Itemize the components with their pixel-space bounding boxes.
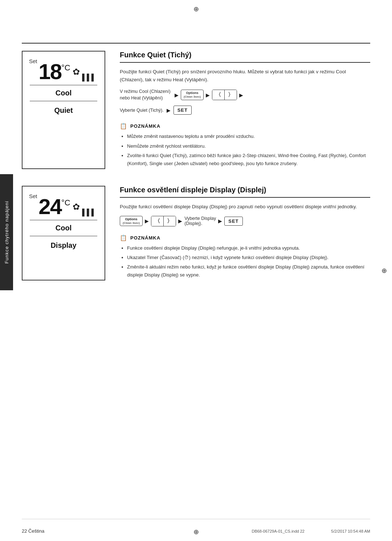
fan-icon-quiet: ✿: [73, 67, 80, 77]
options-bot-display: (Clean 3sec): [123, 221, 140, 225]
btn-left-display[interactable]: 〈: [151, 216, 163, 226]
vyberte-text-quiet: Vyberte Quiet (Tichý).: [120, 108, 164, 113]
note-label-display: POZNÁMKA: [130, 235, 160, 241]
function-label-quiet: Quiet: [30, 103, 97, 116]
note-icon-display: 📋: [120, 234, 127, 241]
options-bot-quiet: (Clean 3sec): [184, 95, 201, 99]
btn-set-display[interactable]: SET: [224, 217, 242, 226]
divider1-quiet: [30, 85, 97, 85]
divider2-display: [30, 236, 97, 236]
note-label-quiet: POZNÁMKA: [130, 123, 160, 129]
section-display: Set 24 °C ✿ ▐▐▐ Cool Display Funkce osvě…: [22, 186, 370, 280]
note-item-display-2: Ukazatel Timer (Časovač) (⏱) nezmizí, i …: [127, 254, 370, 261]
btn-set-quiet[interactable]: SET: [173, 106, 192, 115]
reg-mark-right: ⊕: [381, 267, 387, 275]
function-label-display: Display: [30, 238, 97, 251]
main-content: Set 18 °C ✿ ▐▐▐ Cool Quiet Funkce Quiet …: [22, 51, 370, 512]
divider1-display: [30, 220, 97, 220]
section-quiet: Set 18 °C ✿ ▐▐▐ Cool Quiet Funkce Quiet …: [22, 51, 370, 169]
degree-symbol-quiet: °C: [61, 63, 70, 73]
page-number: 22 Čeština: [22, 528, 44, 534]
section-desc-quiet: Použijte funkci Quiet (Tichý) pro snížen…: [120, 68, 370, 83]
arrow-1-display: ▶: [145, 218, 149, 224]
btn-right-display[interactable]: 〉: [163, 216, 176, 226]
temp-row-display: 24 °C ✿ ▐▐▐: [30, 196, 97, 218]
reg-mark-top: ⊕: [193, 5, 199, 13]
temp-digit-display: 24: [38, 196, 61, 218]
note-item-quiet-1: Můžete změnit nastavenou teplotu a směr …: [127, 132, 370, 140]
nav-group-quiet: 〈 〉: [212, 90, 237, 100]
doc-info: DB68-06729A-01_CS.indd 22 5/2/2017 10:54…: [252, 529, 370, 533]
display-panel-quiet: Set 18 °C ✿ ▐▐▐ Cool Quiet: [22, 51, 105, 169]
bottom-divider: [22, 519, 370, 519]
bar-icon-display: ▐▐▐: [80, 209, 94, 216]
options-top-display: Options: [125, 217, 138, 221]
vyberte-text-display: Vyberte Display(Displej).: [184, 216, 216, 226]
arrow-1-quiet: ▶: [175, 92, 179, 98]
note-item-display-3: Změníte-li aktuální režim nebo funkci, k…: [127, 263, 370, 279]
side-tab-label: Funkce chytrého napájení: [4, 201, 9, 264]
arrow-2-quiet: ▶: [206, 92, 210, 98]
fan-icon-display: ✿: [73, 202, 80, 212]
right-content-display: Funkce osvětlení displeje Display (Displ…: [120, 186, 370, 280]
temp-row-quiet: 18 °C ✿ ▐▐▐: [30, 61, 97, 83]
control-row-quiet-1: V režimu Cool (Chlazení)nebo Heat (Vytáp…: [120, 89, 370, 101]
note-list-display: Funkce osvětlení displeje Display (Displ…: [120, 244, 370, 279]
nav-group-display: 〈 〉: [151, 216, 176, 226]
btn-left-quiet[interactable]: 〈: [212, 90, 224, 100]
note-icon-quiet: 📋: [120, 123, 127, 130]
arrow-3-quiet: ▶: [239, 92, 243, 98]
section-title-quiet: Funkce Quiet (Tichý): [120, 51, 370, 63]
mode-label-display: Cool: [30, 222, 97, 234]
mode-label-quiet: Cool: [30, 87, 97, 99]
side-tab: Funkce chytrého napájení: [0, 174, 13, 290]
divider2-quiet: [30, 101, 97, 101]
btn-right-quiet[interactable]: 〉: [224, 90, 237, 100]
degree-symbol-display: °C: [61, 198, 70, 208]
footer: 22 Čeština DB68-06729A-01_CS.indd 22 5/2…: [22, 528, 370, 534]
top-divider: [22, 43, 370, 44]
arrow-3-display: ▶: [218, 218, 222, 224]
options-top-quiet: Options: [186, 91, 199, 95]
bar-icon-quiet: ▐▐▐: [80, 74, 94, 81]
section-desc-display: Použijte funkcí osvětlení displeje Displ…: [120, 203, 370, 211]
note-box-display: 📋 POZNÁMKA Funkce osvětlení displeje Dis…: [120, 234, 370, 281]
btn-options-quiet[interactable]: Options (Clean 3sec): [181, 90, 204, 100]
note-box-quiet: 📋 POZNÁMKA Můžete změnit nastavenou tepl…: [120, 123, 370, 169]
display-panel-display: Set 24 °C ✿ ▐▐▐ Cool Display: [22, 186, 105, 280]
note-list-quiet: Můžete změnit nastavenou teplotu a směr …: [120, 132, 370, 167]
note-item-quiet-2: Nemůžete změnit rychlost ventilátoru.: [127, 142, 370, 150]
btn-options-display[interactable]: Options (Clean 3sec): [120, 216, 143, 226]
note-item-quiet-3: Zvolíte-li funkci Quiet (Tichý), zatímco…: [127, 152, 370, 167]
control-label-quiet-1: V režimu Cool (Chlazení)nebo Heat (Vytáp…: [120, 89, 172, 101]
right-content-quiet: Funkce Quiet (Tichý) Použijte funkci Qui…: [120, 51, 370, 169]
note-header-display: 📋 POZNÁMKA: [120, 234, 370, 241]
set-label-display: Set: [29, 193, 37, 199]
arrow-2-display: ▶: [178, 218, 182, 224]
note-item-display-1: Funkce osvětlení displeje Display (Displ…: [127, 244, 370, 252]
control-row-display: Options (Clean 3sec) ▶ 〈 〉 ▶ Vyberte Dis…: [120, 216, 370, 226]
section-title-display: Funkce osvětlení displeje Display (Displ…: [120, 186, 370, 198]
set-label-quiet: Set: [29, 58, 37, 64]
temp-digit-quiet: 18: [38, 61, 61, 83]
arrow-vyberte-quiet: ▶: [167, 107, 171, 113]
vyberte-row-quiet: Vyberte Quiet (Tichý). ▶ SET: [120, 106, 370, 115]
note-header-quiet: 📋 POZNÁMKA: [120, 123, 370, 130]
